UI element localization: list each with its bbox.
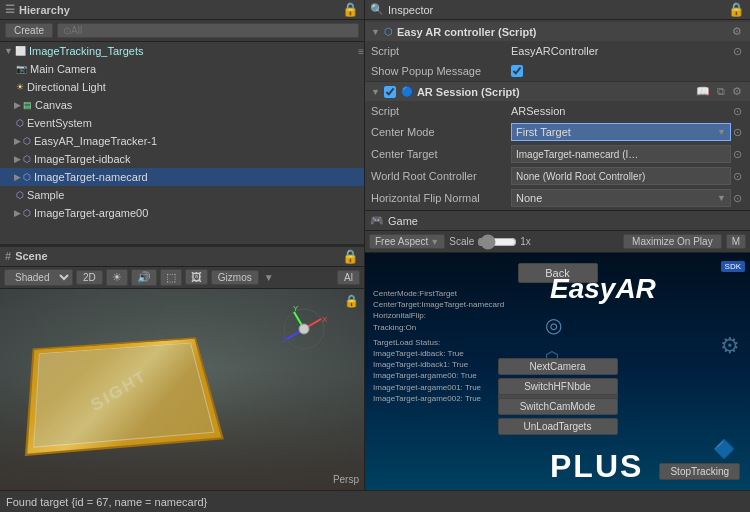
aspect-arrow-icon: ▼ bbox=[430, 237, 439, 247]
item-label: Main Camera bbox=[30, 63, 96, 75]
list-item[interactable]: ▶ ⬡ EasyAR_ImageTracker-1 bbox=[0, 132, 364, 150]
list-item[interactable]: ⬡ EventSystem bbox=[0, 114, 364, 132]
scene-viewport: SIGHT X Y Z bbox=[0, 289, 364, 491]
switch-cam-button[interactable]: SwitchCamMode bbox=[498, 398, 618, 415]
scale-value: 1x bbox=[520, 236, 531, 247]
camera-axis-widget: X Y Z bbox=[279, 304, 329, 354]
ar-session-book-icon[interactable]: 📖 bbox=[694, 85, 712, 98]
arrow-icon: ▶ bbox=[14, 208, 21, 218]
h-flip-normal-dropdown[interactable]: None ▼ bbox=[511, 189, 731, 207]
create-button[interactable]: Create bbox=[5, 23, 53, 38]
ar-session-header[interactable]: ▼ 🔵 AR Session (Script) 📖 ⧉ ⚙ bbox=[365, 82, 750, 101]
obj-icon: ⬡ bbox=[23, 208, 31, 218]
list-item[interactable]: ▶ ⬡ ImageTarget-idback bbox=[0, 150, 364, 168]
list-item[interactable]: ▶ ⬡ ImageTarget-namecard bbox=[0, 168, 364, 186]
hierarchy-toolbar: Create bbox=[0, 20, 364, 42]
inspector-lock-button[interactable]: 🔒 bbox=[728, 2, 745, 17]
next-camera-button[interactable]: NextCamera bbox=[498, 358, 618, 375]
ear-decoration: ◎ bbox=[545, 313, 562, 337]
center-mode-dropdown[interactable]: First Target ▼ bbox=[511, 123, 731, 141]
obj-icon: ⬡ bbox=[23, 172, 31, 182]
hierarchy-panel: ☰ Hierarchy 🔒 Create ▼ ⬜ ImageTracking_T… bbox=[0, 0, 365, 490]
stop-tracking-button[interactable]: StopTracking bbox=[659, 463, 740, 480]
status-message: Found target {id = 67, name = namecard} bbox=[6, 496, 207, 508]
info-line-2: CenterTarget:ImageTarget-namecard bbox=[373, 299, 504, 310]
easy-ar-section: ▼ ⬡ Easy AR controller (Script) ⚙ Script… bbox=[365, 22, 750, 82]
info-line-9: ImageTarget-argame001: True bbox=[373, 382, 504, 393]
light-icon: ☀ bbox=[16, 82, 24, 92]
plus-label: PLUS bbox=[550, 448, 643, 485]
scene-target-object: SIGHT bbox=[30, 330, 230, 460]
item-label: Directional Light bbox=[27, 81, 106, 93]
gizmos-button[interactable]: Gizmos bbox=[211, 270, 259, 285]
center-mode-label: Center Mode bbox=[371, 126, 511, 138]
unload-targets-button[interactable]: UnLoadTargets bbox=[498, 418, 618, 435]
ar-script-row: Script ARSession ⊙ bbox=[365, 101, 750, 121]
game-icon: 🎮 bbox=[370, 214, 384, 227]
easy-ar-section-header[interactable]: ▼ ⬡ Easy AR controller (Script) ⚙ bbox=[365, 22, 750, 41]
ar-session-checkbox[interactable] bbox=[384, 86, 396, 98]
scale-label: Scale bbox=[449, 236, 474, 247]
sun-icon-button[interactable]: ☀ bbox=[106, 269, 128, 286]
perspective-label: Persp bbox=[333, 474, 359, 485]
list-item[interactable]: ⬡ Sample bbox=[0, 186, 364, 204]
2d-button[interactable]: 2D bbox=[76, 270, 103, 285]
show-popup-checkbox[interactable] bbox=[511, 65, 523, 77]
arrow-icon: ▶ bbox=[14, 136, 21, 146]
section-actions: ⚙ bbox=[730, 25, 744, 38]
h-flip-normal-arrow-icon: ▼ bbox=[717, 193, 726, 203]
maximize-button[interactable]: Maximize On Play bbox=[623, 234, 722, 249]
ar-session-settings-icon[interactable]: ⚙ bbox=[730, 85, 744, 98]
list-item[interactable]: ☀ Directional Light bbox=[0, 78, 364, 96]
audio-icon-button[interactable]: 🔊 bbox=[131, 269, 157, 286]
hierarchy-root-item[interactable]: ▼ ⬜ ImageTracking_Targets ≡ bbox=[0, 42, 364, 60]
hierarchy-search[interactable] bbox=[57, 23, 359, 38]
list-item[interactable]: 📷 Main Camera bbox=[0, 60, 364, 78]
h-flip-normal-value: None bbox=[516, 192, 542, 204]
camera-icon: 📷 bbox=[16, 64, 27, 74]
info-line-3: HorizonitalFlip: bbox=[373, 310, 504, 321]
h-flip-normal-settings-icon[interactable]: ⊙ bbox=[731, 192, 744, 205]
main-container: ☰ Hierarchy 🔒 Create ▼ ⬜ ImageTracking_T… bbox=[0, 0, 750, 512]
world-root-settings-icon[interactable]: ⊙ bbox=[731, 170, 744, 183]
center-target-label: Center Target bbox=[371, 148, 511, 160]
info-line-8: ImageTarget-argame00: True bbox=[373, 370, 504, 381]
script-label: Script bbox=[371, 45, 511, 57]
right-panels: 🔍 Inspector 🔒 ▼ ⬡ Easy AR controller (Sc… bbox=[365, 0, 750, 490]
gizmos-arrow-icon: ▼ bbox=[264, 272, 274, 283]
game-panel: 🎮 Game Free Aspect ▼ Scale 1x Maximize O… bbox=[365, 210, 750, 490]
switch-hf-button[interactable]: SwitchHFNbde bbox=[498, 378, 618, 395]
section-settings-icon[interactable]: ⚙ bbox=[730, 25, 744, 38]
scale-control: Scale 1x bbox=[449, 236, 531, 247]
world-root-dropdown[interactable]: None (World Root Controller) bbox=[511, 167, 731, 185]
script-settings-icon[interactable]: ⊙ bbox=[731, 45, 744, 58]
list-item[interactable]: ▶ ⬡ ImageTarget-argame00 bbox=[0, 204, 364, 222]
center-target-dropdown[interactable]: ImageTarget-namecard (ImageTa… bbox=[511, 145, 731, 163]
center-mode-settings-icon[interactable]: ⊙ bbox=[731, 126, 744, 139]
fx-icon-button[interactable]: ⬚ bbox=[160, 269, 182, 286]
ar-script-icon[interactable]: ⊙ bbox=[731, 105, 744, 118]
game-toolbar: Free Aspect ▼ Scale 1x Maximize On Play … bbox=[365, 231, 750, 253]
item-label: Sample bbox=[27, 189, 64, 201]
al-button[interactable]: Al bbox=[337, 270, 360, 285]
arrow-icon: ▶ bbox=[14, 100, 21, 110]
shading-dropdown[interactable]: Shaded bbox=[4, 269, 73, 286]
inspector-title-label: Inspector bbox=[388, 4, 433, 16]
section-arrow-icon: ▼ bbox=[371, 27, 380, 37]
scale-slider[interactable] bbox=[477, 237, 517, 247]
image-icon-button[interactable]: 🖼 bbox=[185, 269, 208, 285]
list-item[interactable]: ▶ ▤ Canvas bbox=[0, 96, 364, 114]
center-target-settings-icon[interactable]: ⊙ bbox=[731, 148, 744, 161]
aspect-dropdown[interactable]: Free Aspect ▼ bbox=[369, 234, 445, 249]
hierarchy-header: ☰ Hierarchy 🔒 bbox=[0, 0, 364, 20]
hierarchy-lock-button[interactable]: 🔒 bbox=[342, 2, 359, 17]
canvas-icon: ▤ bbox=[23, 100, 32, 110]
obj-icon: ⬡ bbox=[16, 190, 24, 200]
ear-decoration-3: ⚙ bbox=[720, 333, 740, 359]
ar-session-copy-icon[interactable]: ⧉ bbox=[715, 85, 727, 98]
scene-lock-button[interactable]: 🔒 bbox=[342, 249, 359, 264]
game-controls: NextCamera SwitchHFNbde SwitchCamMode Un… bbox=[498, 358, 618, 435]
mute-button[interactable]: M bbox=[726, 234, 746, 249]
info-line-4: Tracking:On bbox=[373, 322, 504, 333]
ar-script-value: ARSession bbox=[511, 105, 731, 117]
